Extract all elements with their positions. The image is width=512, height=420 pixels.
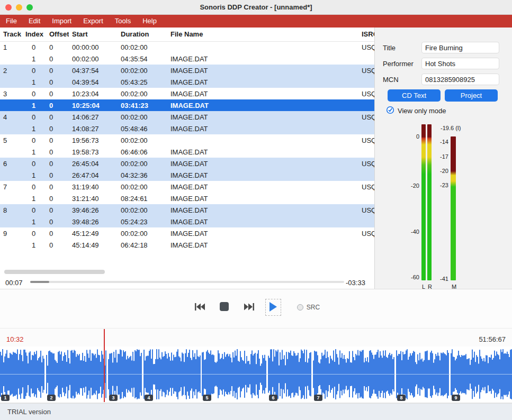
- cell-isrc: USQ: [358, 204, 374, 216]
- cell-isrc: [358, 169, 374, 181]
- track-number-badge: 8: [397, 395, 406, 401]
- cell-isrc: USQ: [358, 111, 374, 123]
- waveform-segment[interactable]: 8: [396, 346, 450, 402]
- cell-duration: 00:02:00: [118, 158, 167, 169]
- track-number-badge: 3: [109, 395, 118, 401]
- cell-file: IMAGE.DAT: [167, 181, 358, 193]
- waveform-segment[interactable]: 3: [108, 346, 142, 402]
- table-row[interactable]: 1039:48:2605:24:23IMAGE.DAT: [0, 216, 374, 227]
- table-row[interactable]: 90045:12:4900:02:00IMAGE.DATUSQ: [0, 227, 374, 239]
- menu-file[interactable]: File: [0, 15, 23, 28]
- column-header-filename[interactable]: File Name: [167, 28, 358, 41]
- cell-isrc: USQ: [358, 181, 374, 193]
- project-button[interactable]: Project: [445, 89, 498, 102]
- m-scale-20: -20: [440, 168, 448, 174]
- minimize-button[interactable]: [16, 4, 22, 11]
- waveform-segment[interactable]: 4: [143, 346, 201, 402]
- cell-index: 0: [22, 181, 46, 193]
- column-header-duration[interactable]: Duration: [118, 28, 167, 41]
- play-icon: [268, 302, 278, 314]
- waveform-segment[interactable]: 9: [451, 346, 512, 402]
- cell-index: 1: [22, 193, 46, 204]
- stop-button[interactable]: [217, 299, 232, 315]
- cell-file: IMAGE.DAT: [167, 146, 358, 158]
- table-row[interactable]: 1000:02:0004:35:54IMAGE.DAT: [0, 53, 374, 65]
- play-button[interactable]: [265, 299, 281, 316]
- cell-start: 19:56:73: [69, 134, 118, 146]
- menu-help[interactable]: Help: [137, 15, 163, 28]
- table-row[interactable]: 1010:25:0403:41:23IMAGE.DAT: [0, 99, 374, 111]
- waveform-segment[interactable]: 6: [268, 346, 312, 402]
- waveform-segment[interactable]: 5: [202, 346, 267, 402]
- cell-offset: 0: [46, 134, 69, 146]
- table-row[interactable]: 10000:00:0000:02:00USQ: [0, 41, 374, 53]
- table-row[interactable]: 1004:39:5405:43:25IMAGE.DAT: [0, 76, 374, 88]
- table-row[interactable]: 80039:46:2600:02:00IMAGE.DATUSQ: [0, 204, 374, 216]
- lr-scale-20: -20: [411, 182, 419, 189]
- next-track-button[interactable]: [241, 299, 257, 315]
- seek-slider-fill[interactable]: [30, 281, 49, 283]
- waveform-segment[interactable]: 7: [313, 346, 395, 402]
- cell-track: [0, 216, 22, 227]
- cell-track: 4: [0, 111, 22, 123]
- cell-isrc: USQ: [358, 158, 374, 169]
- waveform-graphic: [202, 346, 267, 402]
- cell-start: 45:14:49: [69, 239, 118, 251]
- waveform-segment[interactable]: 1: [0, 346, 45, 402]
- table-row[interactable]: 60026:45:0400:02:00IMAGE.DATUSQ: [0, 158, 374, 169]
- table-row[interactable]: 50019:56:7300:02:00USQ: [0, 134, 374, 146]
- column-header-index[interactable]: Index: [22, 28, 46, 41]
- src-option[interactable]: SRC: [297, 304, 320, 311]
- cell-offset: 0: [46, 239, 69, 251]
- m-scale-23: -23: [440, 182, 448, 188]
- table-row[interactable]: 1019:58:7306:46:06IMAGE.DAT: [0, 146, 374, 158]
- table-row[interactable]: 30010:23:0400:02:00IMAGE.DATUSQ: [0, 88, 374, 99]
- column-header-isrc[interactable]: ISRC: [358, 28, 374, 41]
- table-row[interactable]: 1014:08:2705:48:46IMAGE.DAT: [0, 123, 374, 134]
- waveform-graphic: [396, 346, 450, 402]
- cell-file: IMAGE.DAT: [167, 123, 358, 134]
- cell-track: 1: [0, 41, 22, 53]
- zoom-button[interactable]: [26, 4, 33, 11]
- table-row[interactable]: 1045:14:4906:42:18IMAGE.DAT: [0, 239, 374, 251]
- column-header-start[interactable]: Start: [69, 28, 118, 41]
- src-label: SRC: [307, 304, 320, 311]
- cell-file: IMAGE.DAT: [167, 216, 358, 227]
- cell-index: 0: [22, 134, 46, 146]
- next-icon: [243, 303, 255, 313]
- cell-track: 9: [0, 227, 22, 239]
- column-header-track[interactable]: Track: [0, 28, 22, 41]
- cell-isrc: USQ: [358, 227, 374, 239]
- waveform-header: 10:32 51:56:67: [0, 328, 512, 346]
- previous-track-button[interactable]: [192, 299, 208, 315]
- menu-export[interactable]: Export: [77, 15, 109, 28]
- cell-index: 0: [22, 227, 46, 239]
- waveform-cursor-time: 10:32: [6, 335, 24, 343]
- table-row[interactable]: 20004:37:5400:02:00IMAGE.DATUSQ: [0, 65, 374, 76]
- title-label: Title: [383, 44, 396, 52]
- table-row[interactable]: 1026:47:0404:32:36IMAGE.DAT: [0, 169, 374, 181]
- close-button[interactable]: [5, 4, 12, 11]
- waveform-total-time: 51:56:67: [479, 335, 506, 343]
- lr-scale-40: -40: [411, 229, 419, 235]
- cell-isrc: [358, 193, 374, 204]
- waveform-segment[interactable]: 2: [46, 346, 107, 402]
- cell-isrc: [358, 239, 374, 251]
- cell-file: [167, 134, 358, 146]
- cell-duration: 03:41:23: [118, 99, 167, 111]
- menu-tools[interactable]: Tools: [109, 15, 137, 28]
- cell-track: 7: [0, 181, 22, 193]
- track-number-badge: 5: [203, 395, 211, 401]
- table-row[interactable]: 70031:19:4000:02:00IMAGE.DATUSQ: [0, 181, 374, 193]
- playhead-cursor[interactable]: [104, 329, 105, 402]
- menu-edit[interactable]: Edit: [23, 15, 46, 28]
- m-scale-41: -41: [440, 276, 448, 282]
- horizontal-scrollbar-thumb[interactable]: [4, 270, 105, 274]
- menu-import[interactable]: Import: [46, 15, 77, 28]
- table-row[interactable]: 1031:21:4008:24:61IMAGE.DAT: [0, 193, 374, 204]
- seek-slider[interactable]: [30, 281, 344, 283]
- column-header-offset[interactable]: Offset: [46, 28, 69, 41]
- cell-track: [0, 146, 22, 158]
- table-row[interactable]: 40014:06:2700:02:00IMAGE.DATUSQ: [0, 111, 374, 123]
- cell-track: [0, 169, 22, 181]
